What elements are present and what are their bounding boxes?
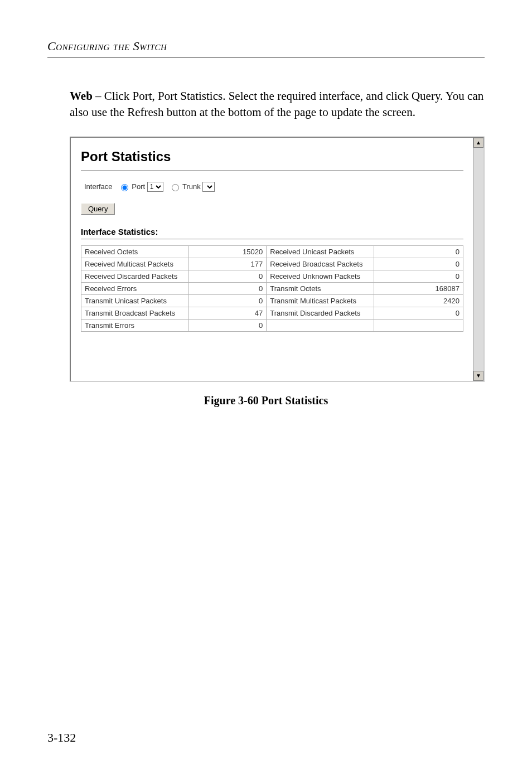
stat-label: Received Discarded Packets xyxy=(81,270,189,282)
stat-value: 0 xyxy=(189,294,267,307)
stat-value: 168087 xyxy=(374,282,463,294)
port-radio-label: Port xyxy=(132,182,145,191)
stat-label: Received Errors xyxy=(81,282,189,294)
stat-label: Transmit Multicast Packets xyxy=(267,294,374,307)
body-lead: Web xyxy=(70,89,93,103)
table-row: Received Multicast Packets177Received Br… xyxy=(81,258,463,270)
query-button[interactable]: Query xyxy=(81,203,115,215)
trunk-select[interactable] xyxy=(202,182,215,192)
running-header: Configuring the Switch xyxy=(47,39,485,54)
body-paragraph: Web – Click Port, Port Statistics. Selec… xyxy=(70,88,485,121)
table-row: Received Octets15020Received Unicast Pac… xyxy=(81,245,463,258)
stat-label: Transmit Errors xyxy=(81,319,189,331)
stat-label: Received Multicast Packets xyxy=(81,258,189,270)
stat-label: Transmit Octets xyxy=(267,282,374,294)
stat-label xyxy=(267,319,374,331)
port-radio[interactable] xyxy=(121,184,128,191)
stat-label: Transmit Unicast Packets xyxy=(81,294,189,307)
stat-value: 2420 xyxy=(374,294,463,307)
chevron-down-icon: ▼ xyxy=(476,373,481,379)
stat-value: 0 xyxy=(374,270,463,282)
port-select[interactable]: 1 xyxy=(147,182,163,192)
ui-content: Port Statistics Interface Port 1 xyxy=(71,138,473,334)
stat-label: Received Octets xyxy=(81,245,189,258)
stat-value: 0 xyxy=(374,258,463,270)
stat-value: 0 xyxy=(374,245,463,258)
stat-value xyxy=(374,319,463,331)
stat-label: Received Unicast Packets xyxy=(267,245,374,258)
section-separator xyxy=(81,239,463,240)
page: Configuring the Switch Web – Click Port,… xyxy=(0,0,532,774)
page-number: 3-132 xyxy=(47,731,76,745)
scroll-up-button[interactable]: ▲ xyxy=(473,138,483,148)
table-row: Transmit Errors0 xyxy=(81,319,463,331)
table-row: Transmit Broadcast Packets47Transmit Dis… xyxy=(81,307,463,319)
stat-label: Transmit Discarded Packets xyxy=(267,307,374,319)
stat-value: 15020 xyxy=(189,245,267,258)
table-row: Received Discarded Packets0Received Unkn… xyxy=(81,270,463,282)
figure-caption: Figure 3-60 Port Statistics xyxy=(47,394,485,407)
stat-label: Transmit Broadcast Packets xyxy=(81,307,189,319)
interface-label: Interface xyxy=(82,181,115,193)
page-title: Port Statistics xyxy=(81,149,463,165)
trunk-radio[interactable] xyxy=(172,184,179,191)
body-rest: – Click Port, Port Statistics. Select th… xyxy=(70,89,483,119)
scroll-down-button[interactable]: ▼ xyxy=(473,371,483,381)
web-ui-screenshot: Port Statistics Interface Port 1 xyxy=(70,137,485,382)
stat-value: 0 xyxy=(189,282,267,294)
stat-value: 47 xyxy=(189,307,267,319)
title-separator xyxy=(81,170,463,171)
table-row: Received Errors0Transmit Octets168087 xyxy=(81,282,463,294)
interface-statistics-table: Received Octets15020Received Unicast Pac… xyxy=(81,245,463,332)
stat-label: Received Unknown Packets xyxy=(267,270,374,282)
stat-label: Received Broadcast Packets xyxy=(267,258,374,270)
scrollbar[interactable]: ▲ ▼ xyxy=(473,138,483,381)
interface-table: Interface Port 1 Trunk xyxy=(81,180,218,194)
stat-value: 0 xyxy=(189,270,267,282)
chevron-up-icon: ▲ xyxy=(476,139,481,146)
interface-selector-row: Interface Port 1 Trunk xyxy=(81,180,463,194)
trunk-radio-label: Trunk xyxy=(182,182,201,191)
header-rule xyxy=(47,57,485,57)
stat-value: 0 xyxy=(189,319,267,331)
stat-value: 177 xyxy=(189,258,267,270)
stat-value: 0 xyxy=(374,307,463,319)
section-heading: Interface Statistics: xyxy=(81,227,463,236)
table-row: Transmit Unicast Packets0Transmit Multic… xyxy=(81,294,463,307)
